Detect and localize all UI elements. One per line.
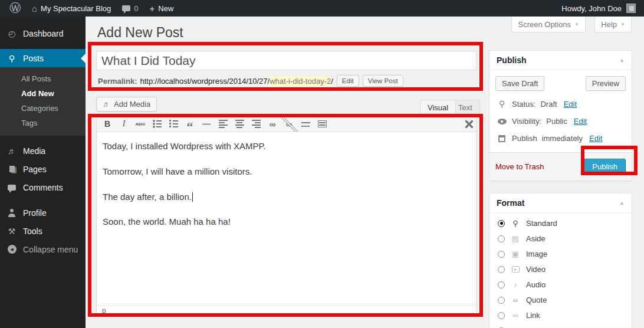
edit-schedule-link[interactable]: Edit (589, 134, 602, 143)
visibility-row: Visibility: Public Edit (497, 117, 625, 126)
format-label: Image (526, 250, 547, 258)
comments-admin-bar[interactable]: 0 (119, 0, 142, 17)
tab-visual[interactable]: Visual (420, 100, 456, 116)
radio-standard[interactable] (498, 220, 505, 227)
panel-collapse-icon[interactable]: ▲ (619, 57, 625, 63)
horizontal-rule-button[interactable]: — (199, 117, 214, 130)
site-menu[interactable]: ⌂ My Spectacular Blog (28, 0, 114, 17)
permalink-slug[interactable]: what-i-did-today-2 (270, 76, 331, 86)
insert-link-button[interactable]: ∞ (265, 117, 280, 130)
pushpin-icon: ⚲ (6, 54, 18, 63)
visibility-value: Public (546, 117, 567, 126)
bold-button[interactable]: B (100, 117, 115, 130)
pages-icon (6, 166, 18, 172)
submenu-tags[interactable]: Tags (0, 116, 86, 130)
link-icon: ∞ (510, 311, 521, 320)
sidebar-item-label: Posts (23, 54, 44, 63)
sidebar-item-collapse-menu[interactable]: ◀ Collapse menu (0, 240, 86, 258)
save-draft-button[interactable]: Save Draft (495, 76, 544, 91)
panel-collapse-icon[interactable]: ▲ (619, 200, 625, 206)
format-label: Link (526, 311, 540, 320)
format-option-image: ▣ Image (498, 250, 623, 258)
editor-content-area[interactable]: Today, I installed Wordpress with XAMPP.… (97, 132, 476, 305)
sidebar-item-posts[interactable]: ⚲ Posts (0, 49, 86, 67)
right-sidebar-column: Publish ▲ Save Draft Preview ⚲ Status: D… (489, 50, 632, 328)
submenu-add-new[interactable]: Add New (0, 86, 86, 101)
more-tag-button[interactable] (298, 117, 313, 130)
media-icon: ♬ (103, 100, 110, 109)
editor-paragraph: Tomorrow, I will have a million visitors… (103, 165, 470, 178)
publish-panel-header[interactable]: Publish ▲ (489, 51, 632, 70)
submenu-all-posts[interactable]: All Posts (0, 71, 86, 86)
align-left-button[interactable] (215, 117, 231, 130)
italic-button[interactable]: I (116, 117, 132, 130)
sidebar-separator (0, 196, 86, 204)
format-option-quote: “ Quote (498, 296, 623, 304)
toolbar-toggle-button[interactable] (314, 117, 330, 130)
post-title-input[interactable] (96, 51, 477, 70)
screen-options-button[interactable]: Screen Options ▼ (511, 17, 586, 32)
new-label: New (158, 4, 173, 13)
publish-button[interactable]: Publish (584, 159, 626, 175)
schedule-value: immediately (542, 134, 583, 143)
radio-aside[interactable] (498, 235, 505, 242)
add-media-label: Add Media (114, 100, 150, 109)
numbered-list-button[interactable] (166, 117, 181, 130)
quote-icon: “ (510, 296, 521, 304)
preview-button[interactable]: Preview (586, 76, 626, 91)
sidebar-item-comments[interactable]: Comments (0, 178, 86, 196)
element-path[interactable]: p (102, 307, 106, 315)
text-cursor (192, 192, 193, 202)
radio-audio[interactable] (498, 281, 505, 288)
edit-permalink-button[interactable]: Edit (337, 75, 359, 87)
align-right-button[interactable] (248, 117, 264, 130)
editor-paragraph: The day after, a billion. (103, 191, 470, 204)
sidebar-item-tools[interactable]: ⚒ Tools (0, 222, 86, 240)
sidebar-item-label: Collapse menu (23, 245, 78, 254)
dashboard-icon: ◴ (6, 29, 18, 38)
permalink-base-url: http://localhost/wordpress/2014/10/27/ (140, 77, 270, 86)
strikethrough-button[interactable]: ABC (133, 117, 148, 130)
format-option-video: ▸ Video (498, 265, 623, 274)
schedule-row: Publish immediately Edit (497, 134, 625, 143)
radio-link[interactable] (498, 312, 505, 319)
remove-link-button[interactable]: ∞ (281, 117, 297, 130)
add-media-button[interactable]: ♬ Add Media (96, 97, 157, 111)
radio-quote[interactable] (498, 297, 505, 304)
editor-toolbar: B I ABC “ — ∞ ∞ (97, 116, 476, 132)
sidebar-item-dashboard[interactable]: ◴ Dashboard (0, 24, 86, 42)
sidebar-item-label: Comments (23, 183, 63, 192)
format-option-standard: ⚲ Standard (498, 219, 623, 228)
plus-icon: + (150, 4, 155, 14)
align-center-button[interactable] (232, 117, 247, 130)
radio-video[interactable] (498, 266, 505, 273)
blockquote-button[interactable]: “ (182, 117, 198, 130)
sidebar-item-profile[interactable]: Profile (0, 204, 86, 222)
schedule-label: Publish (512, 134, 537, 143)
new-content-menu[interactable]: + New (146, 0, 178, 17)
edit-status-link[interactable]: Edit (564, 100, 577, 109)
avatar[interactable] (626, 4, 636, 13)
wordpress-logo-icon[interactable]: Ⓦ (6, 0, 24, 17)
format-panel: Format ▲ ⚲ Standard ▤ Aside ▣ Image (489, 193, 632, 328)
howdy-account-menu[interactable]: Howdy, John Doe (561, 4, 622, 13)
comment-count: 0 (134, 4, 138, 13)
format-panel-header[interactable]: Format ▲ (489, 193, 632, 213)
move-to-trash-link[interactable]: Move to Trash (495, 162, 544, 171)
help-label: Help (601, 20, 617, 29)
view-post-button[interactable]: View Post (363, 75, 403, 87)
submenu-categories[interactable]: Categories (0, 101, 86, 116)
bullet-list-button[interactable] (149, 117, 165, 130)
status-row: ⚲ Status: Draft Edit (497, 99, 625, 109)
radio-image[interactable] (498, 251, 505, 258)
image-icon: ▣ (510, 250, 521, 258)
edit-visibility-link[interactable]: Edit (574, 117, 587, 126)
chevron-down-icon: ▼ (620, 22, 625, 27)
status-pin-icon: ⚲ (497, 99, 507, 109)
status-label: Status: (512, 100, 535, 109)
help-button[interactable]: Help ▼ (594, 17, 632, 32)
tools-wrench-icon: ⚒ (6, 227, 18, 236)
fullscreen-button[interactable] (458, 117, 473, 130)
sidebar-item-pages[interactable]: Pages (0, 160, 86, 178)
sidebar-item-media[interactable]: ♬ Media (0, 142, 86, 160)
